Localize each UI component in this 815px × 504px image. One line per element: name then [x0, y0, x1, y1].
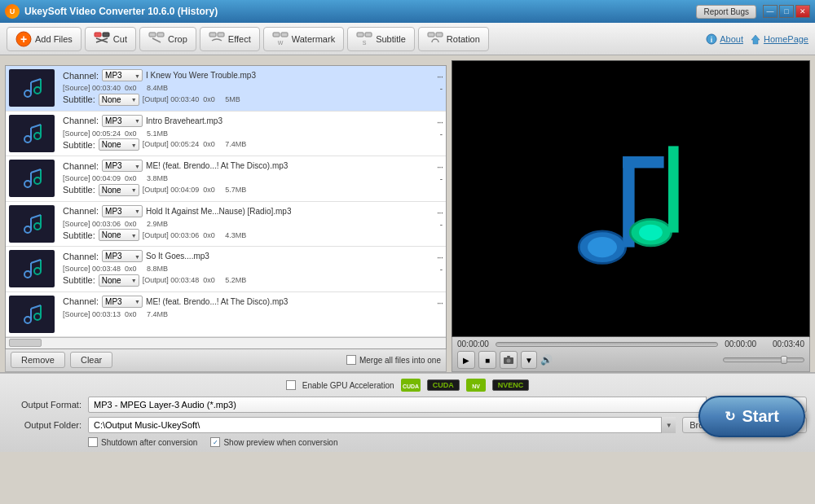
homepage-button[interactable]: HomePage [750, 33, 808, 45]
more-options-button[interactable]: ··· [437, 71, 443, 82]
start-icon: ↻ [725, 409, 735, 424]
svg-text:NV: NV [472, 383, 480, 389]
volume-thumb [781, 356, 787, 364]
file-list-scroll[interactable]: Channel: MP3 I Knew You Were Trouble.mp3… [6, 66, 446, 337]
format-select[interactable]: MP3 - MPEG Layer-3 Audio (*.mp3) [88, 397, 720, 413]
stop-button[interactable]: ■ [478, 351, 496, 369]
report-bugs-button[interactable]: Report Bugs [696, 5, 756, 19]
h-scroll-thumb[interactable] [9, 339, 42, 347]
file-thumbnail [9, 205, 55, 243]
list-item[interactable]: Channel: MP3 So It Goes....mp3 [Source] … [6, 247, 446, 292]
channel-label: Channel: [63, 296, 99, 306]
list-item[interactable]: Channel: MP3 Intro Braveheart.mp3 [Sourc… [6, 112, 446, 157]
channel-select[interactable]: MP3 [102, 115, 143, 127]
preview-checkbox[interactable]: ✓ [210, 437, 220, 447]
cut-button[interactable]: Cut [85, 27, 136, 51]
rotation-button[interactable]: Rotation [418, 27, 489, 51]
svg-point-27 [34, 133, 41, 139]
file-row1: Channel: MP3 Intro Braveheart.mp3 [63, 115, 435, 127]
add-files-button[interactable]: + Add Files [7, 27, 82, 51]
minimize-button[interactable]: — [763, 5, 778, 18]
add-files-label: Add Files [35, 34, 73, 44]
subtitle-select[interactable]: None [99, 229, 139, 241]
svg-rect-10 [218, 33, 224, 37]
file-list-panel: Channel: MP3 I Knew You Were Trouble.mp3… [5, 65, 447, 349]
preview-checkbox-item: ✓ Show preview when conversion [210, 437, 337, 447]
progress-track[interactable] [496, 342, 718, 347]
about-button[interactable]: i About [706, 33, 743, 45]
dash-button[interactable]: - [440, 129, 443, 138]
gpu-checkbox[interactable] [286, 380, 296, 390]
shutdown-checkbox[interactable] [88, 437, 98, 447]
subtitle-select-wrapper[interactable]: None [99, 229, 139, 241]
folder-input[interactable] [88, 417, 676, 433]
channel-select[interactable]: MP3 [102, 69, 143, 81]
channel-select-wrapper[interactable]: MP3 [102, 296, 143, 308]
channel-select-wrapper[interactable]: MP3 [102, 69, 143, 81]
file-info: Channel: MP3 ME! (feat. Brendo...! At Th… [59, 296, 435, 320]
file-thumbnail [9, 69, 55, 107]
subtitle-select[interactable]: None [99, 274, 139, 287]
dash-button[interactable]: - [440, 220, 443, 229]
subtitle-select-wrapper[interactable]: None [99, 184, 139, 196]
list-item[interactable]: Channel: MP3 ME! (feat. Brendo...! At Th… [6, 156, 446, 202]
effect-button[interactable]: Effect [200, 27, 260, 51]
list-item[interactable]: Channel: MP3 ME! (feat. Brendo...! At Th… [6, 292, 446, 337]
close-button[interactable]: ✕ [795, 5, 810, 18]
more-options-button[interactable]: ··· [437, 207, 443, 218]
svg-point-42 [34, 268, 41, 274]
more-options-button[interactable]: ··· [437, 161, 443, 173]
bottom-section: Enable GPU Acceleration CUDA CUDA NV NVE… [0, 373, 815, 452]
crop-button[interactable]: Crop [139, 27, 196, 51]
subtitle-button[interactable]: S Subtitle [347, 27, 415, 51]
cuda-badge: CUDA [427, 379, 460, 391]
clear-button[interactable]: Clear [70, 352, 112, 368]
horizontal-scrollbar[interactable] [6, 337, 446, 348]
gpu-row: Enable GPU Acceleration CUDA CUDA NV NVE… [8, 379, 807, 392]
effect-icon [209, 31, 225, 47]
svg-point-31 [24, 181, 31, 187]
shutdown-checkbox-item: Shutdown after conversion [88, 437, 197, 447]
channel-select-wrapper[interactable]: MP3 [102, 250, 143, 262]
channel-select[interactable]: MP3 [102, 160, 143, 172]
subtitle-select-wrapper-1[interactable]: None [99, 94, 139, 106]
list-item[interactable]: Channel: MP3 Hold It Against Me...Nause)… [6, 202, 446, 248]
channel-select-wrapper[interactable]: MP3 [102, 115, 143, 127]
maximize-button[interactable]: □ [779, 5, 794, 18]
dash-button[interactable]: - [440, 84, 443, 93]
svg-point-56 [639, 225, 663, 241]
start-button[interactable]: ↻ Start [698, 396, 805, 437]
toolbar-right: i About HomePage [706, 33, 808, 45]
svg-line-45 [31, 260, 41, 263]
svg-text:i: i [711, 36, 713, 44]
svg-rect-54 [623, 156, 663, 168]
channel-label: Channel: [63, 161, 99, 171]
subtitle-select-1[interactable]: None [99, 94, 139, 106]
more-options-button[interactable]: ··· [437, 116, 443, 128]
merge-checkbox[interactable] [346, 355, 356, 365]
folder-dropdown-arrow[interactable]: ▼ [661, 417, 676, 433]
dash-button[interactable]: - [440, 265, 443, 274]
subtitle-select-wrapper[interactable]: None [99, 138, 139, 151]
subtitle-label: Subtitle: [63, 230, 95, 240]
channel-select-wrapper[interactable]: MP3 [102, 205, 143, 217]
snapshot-button[interactable] [500, 351, 518, 369]
more-options-button[interactable]: ··· [437, 252, 443, 263]
channel-select[interactable]: MP3 [102, 250, 143, 262]
channel-select[interactable]: MP3 [102, 205, 143, 217]
svg-text:S: S [363, 40, 367, 46]
subtitle-select[interactable]: None [99, 138, 139, 151]
remove-button[interactable]: Remove [11, 352, 65, 368]
volume-slider[interactable] [723, 357, 804, 362]
more-options-button[interactable]: ··· [437, 297, 443, 309]
list-item[interactable]: Channel: MP3 I Knew You Were Trouble.mp3… [6, 66, 446, 112]
dash-button[interactable]: - [440, 174, 443, 183]
channel-select[interactable]: MP3 [102, 296, 143, 308]
watermark-button[interactable]: W Watermark [263, 27, 344, 51]
play-button[interactable]: ▶ [457, 351, 475, 369]
snapshot-dropdown[interactable]: ▼ [521, 351, 537, 369]
channel-select-wrapper[interactable]: MP3 [102, 160, 143, 172]
app-title: UkeySoft Video Converter 10.6.0 (History… [24, 6, 218, 17]
subtitle-select-wrapper[interactable]: None [99, 274, 139, 287]
subtitle-select[interactable]: None [99, 184, 139, 196]
